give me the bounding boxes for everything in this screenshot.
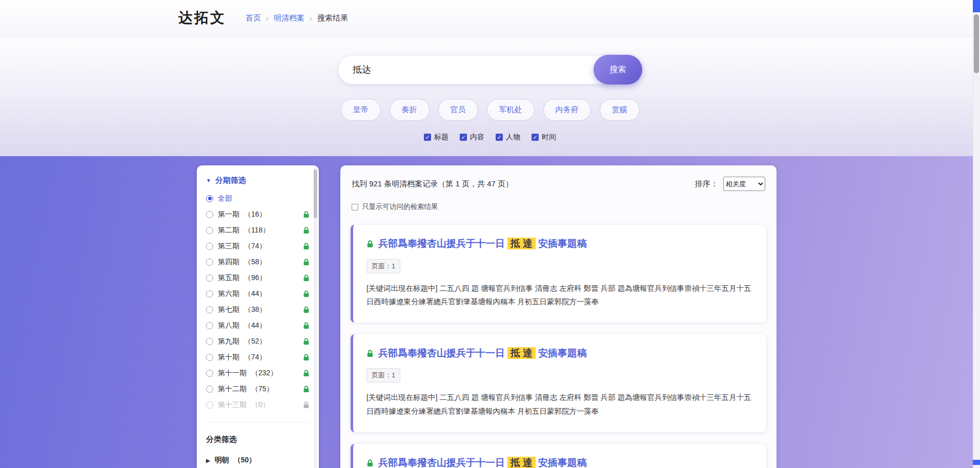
lock-icon <box>303 274 310 282</box>
search-scope-row: ✓ 标题 ✓ 内容 ✓ 人物 ✓ 时间 <box>424 133 556 142</box>
period-option-12[interactable]: 第十二期（75） <box>197 381 319 397</box>
radio-icon <box>206 211 213 218</box>
lock-icon <box>303 338 310 345</box>
period-option-4[interactable]: 第四期（58） <box>197 254 319 270</box>
radio-icon <box>206 338 213 345</box>
page-badge: 页面：1 <box>366 368 400 382</box>
period-option-5[interactable]: 第五期（96） <box>197 270 319 286</box>
category-count: （50） <box>234 456 256 465</box>
period-count: （74） <box>244 353 267 362</box>
period-count: （58） <box>244 258 267 267</box>
breadcrumb-separator: › <box>310 14 312 23</box>
scope-label: 人物 <box>506 133 520 142</box>
site-logo[interactable]: 达拓文 <box>178 8 226 28</box>
period-option-7[interactable]: 第七期（38） <box>197 302 319 317</box>
period-count: （44） <box>244 289 267 299</box>
radio-icon <box>206 274 213 282</box>
period-option-8[interactable]: 第八期（44） <box>197 317 319 333</box>
lock-icon <box>303 243 310 250</box>
period-filter-title: 分期筛选 <box>215 176 246 185</box>
period-label: 第四期 <box>218 258 239 267</box>
lock-icon <box>303 259 310 266</box>
scrollbar-find-marker <box>973 0 980 12</box>
result-title-highlight: 抵 達 <box>507 238 536 249</box>
period-count: （52） <box>244 337 267 346</box>
radio-icon <box>206 227 213 234</box>
page-scrollbar-track[interactable] <box>973 0 980 468</box>
sort-control: 排序： 相关度 <box>695 177 765 191</box>
period-option-6[interactable]: 第六期（44） <box>197 286 319 302</box>
checkbox-checked-icon: ✓ <box>532 134 539 141</box>
lock-icon <box>303 290 310 297</box>
period-label: 第十期 <box>218 353 239 362</box>
tag-button[interactable]: 内务府 <box>543 99 591 121</box>
result-title-text: 兵部爲奉撥杏山援兵于十一日 <box>378 457 505 468</box>
period-option-1[interactable]: 第一期（16） <box>197 206 319 222</box>
result-title-link[interactable]: 兵部爲奉撥杏山援兵于十一日抵 達安插事題稿 <box>366 347 753 360</box>
scope-checkbox-title[interactable]: ✓ 标题 <box>424 133 448 142</box>
period-filter-header[interactable]: ▼ 分期筛选 <box>197 176 319 185</box>
period-label: 第三期 <box>218 242 239 251</box>
period-option-13-disabled: 第十三期（0） <box>197 397 319 413</box>
tag-button[interactable]: 皇帝 <box>341 99 381 121</box>
result-title-link[interactable]: 兵部爲奉撥杏山援兵于十一日抵 達安插事題稿 <box>366 456 753 468</box>
tag-button[interactable]: 官员 <box>438 99 478 121</box>
radio-selected-icon <box>206 195 213 202</box>
radio-icon <box>206 370 213 377</box>
search-button[interactable]: 搜索 <box>594 55 642 84</box>
period-option-2[interactable]: 第二期（118） <box>197 222 319 238</box>
period-option-10[interactable]: 第十期（74） <box>197 349 319 365</box>
period-option-all[interactable]: 全部 <box>197 190 319 206</box>
result-title-link[interactable]: 兵部爲奉撥杏山援兵于十一日抵 達安插事題稿 <box>366 237 753 250</box>
quick-tag-row: 皇帝 奏折 官员 军机处 内务府 赏赐 <box>341 99 640 121</box>
tag-button[interactable]: 赏赐 <box>600 99 640 121</box>
result-title-text: 兵部爲奉撥杏山援兵于十一日 <box>378 238 505 249</box>
period-option-9[interactable]: 第九期（52） <box>197 333 319 349</box>
lock-icon <box>366 240 374 248</box>
breadcrumb-home-link[interactable]: 首页 <box>246 13 261 23</box>
radio-disabled-icon <box>206 401 213 409</box>
result-card: 兵部爲奉撥杏山援兵于十一日抵 達安插事題稿 页面：1 [关键词出现在标题中] 二… <box>351 225 766 323</box>
tag-button[interactable]: 军机处 <box>487 99 535 121</box>
sidebar-scrollbar-thumb[interactable] <box>314 169 317 218</box>
results-header: 找到 921 条明清档案记录（第 1 页，共 47 页） 排序： 相关度 <box>351 177 766 191</box>
breadcrumb-separator: › <box>266 14 269 23</box>
period-count: （118） <box>244 226 270 235</box>
filter-sidebar: ▼ 分期筛选 全部 第一期（16） 第二期（118） 第三期（74） 第四期（5… <box>197 165 319 468</box>
scope-label: 标题 <box>434 133 448 142</box>
period-count: （75） <box>251 385 274 394</box>
result-card: 兵部爲奉撥杏山援兵于十一日抵 達安插事題稿 页面：1 [关键词出现在标题中] 二… <box>351 334 766 432</box>
result-title-text: 兵部爲奉撥杏山援兵于十一日 <box>378 348 505 358</box>
access-filter-checkbox[interactable]: 只显示可访问的检索结果 <box>351 202 766 211</box>
period-count: （44） <box>244 321 267 330</box>
scope-checkbox-content[interactable]: ✓ 内容 <box>460 133 484 142</box>
scope-checkbox-person[interactable]: ✓ 人物 <box>496 133 520 142</box>
lock-icon <box>303 211 310 218</box>
period-option-11[interactable]: 第十一期（232） <box>197 365 319 381</box>
period-option-3[interactable]: 第三期（74） <box>197 238 319 254</box>
result-title-text: 安插事題稿 <box>538 238 587 249</box>
category-option-ming[interactable]: ▶ 明朝（50） <box>197 456 319 465</box>
page-scrollbar-thumb[interactable] <box>974 14 979 73</box>
radio-icon <box>206 306 213 313</box>
tag-button[interactable]: 奏折 <box>390 99 430 121</box>
checkbox-checked-icon: ✓ <box>460 134 467 141</box>
result-title-text: 安插事題稿 <box>538 457 587 468</box>
scope-checkbox-time[interactable]: ✓ 时间 <box>532 133 556 142</box>
checkbox-checked-icon: ✓ <box>496 134 503 141</box>
sort-select[interactable]: 相关度 <box>723 177 765 191</box>
main-content: ▼ 分期筛选 全部 第一期（16） 第二期（118） 第三期（74） 第四期（5… <box>0 156 980 468</box>
result-title-highlight: 抵 達 <box>507 457 536 468</box>
period-label: 第五期 <box>218 273 239 283</box>
page-badge: 页面：1 <box>366 259 400 273</box>
result-card: 兵部爲奉撥杏山援兵于十一日抵 達安插事題稿 页面：1 [关键词出现在标题中] 二… <box>351 444 766 468</box>
scrollbar-find-marker <box>973 460 980 465</box>
period-count: （16） <box>244 210 267 219</box>
site-header: 达拓文 首页 › 明清档案 › 搜索结果 <box>0 0 980 36</box>
breadcrumb-section-link[interactable]: 明清档案 <box>274 13 304 23</box>
period-label: 第十二期 <box>218 385 247 394</box>
breadcrumb: 首页 › 明清档案 › 搜索结果 <box>246 13 348 23</box>
lock-icon <box>303 401 310 409</box>
radio-icon <box>206 243 213 250</box>
category-filter-title: 分类筛选 <box>197 422 319 444</box>
